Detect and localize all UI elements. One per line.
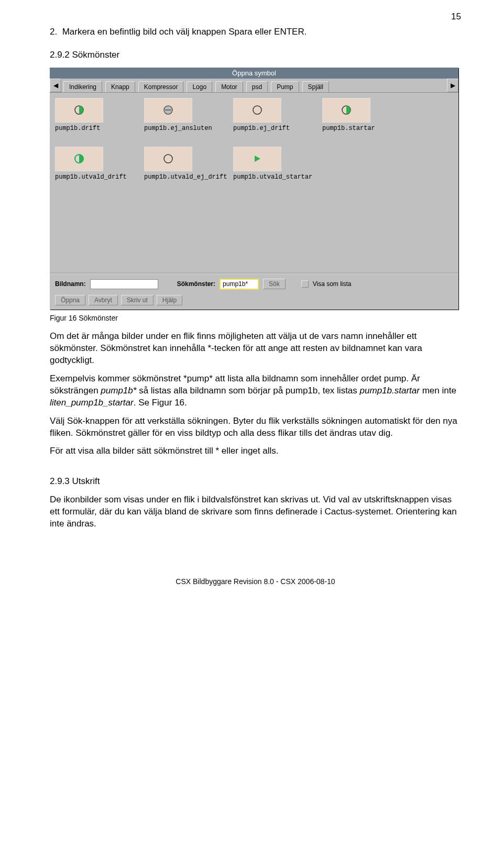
avbryt-button[interactable]: Avbryt [89,295,118,305]
hjalp-button[interactable]: Hjälp [157,295,182,305]
tab-knapp[interactable]: Knapp [105,81,135,92]
tab-motor[interactable]: Motor [215,81,243,92]
dialog-screenshot: Öppna symbol ◀ Indikering Knapp Kompress… [50,68,461,310]
paragraph: Välj Sök-knappen för att verkställa sökn… [50,415,461,440]
text-run: . Se Figur 16. [134,398,187,408]
tab-indikering[interactable]: Indikering [63,81,102,92]
tab-kompressor[interactable]: Kompressor [138,81,184,92]
dialog-title: Öppna symbol [50,68,458,79]
symbol-item[interactable]: pump1b.drift [55,98,118,132]
symbol-label: pump1b.startar [322,125,375,132]
symbol-label: pump1b.utvald_startar [233,173,312,181]
symbol-item[interactable]: pump1b.startar [322,98,385,132]
pump-startar-icon [341,105,352,115]
paragraph: För att visa alla bilder sätt sökmönstre… [50,445,461,457]
bildnamn-label: Bildnamn: [55,280,86,288]
svg-point-6 [164,155,172,163]
pump-utvald-ej-drift-icon [163,153,173,164]
symbol-label: pump1b.ej_drift [233,125,290,132]
symbol-label: pump1b.utvald_ej_drift [144,173,227,181]
symbol-label: pump1b.drift [55,125,100,132]
skriv-ut-button[interactable]: Skriv ut [121,295,154,305]
page-number: 15 [451,12,461,22]
pump-ej-ansluten-icon [163,105,173,115]
visa-lista-label: Visa som lista [313,280,352,288]
pump-ej-drift-icon [252,105,263,115]
bildnamn-input[interactable] [90,279,158,289]
tab-pump[interactable]: Pump [271,81,299,92]
scroll-right-button[interactable]: ▶ [447,79,458,92]
paragraph: Om det är många bilder under en flik fin… [50,331,461,367]
item-text: Markera en befintlig bild och välj knapp… [62,27,307,37]
symbol-item[interactable]: pump1b.utvald_startar [233,147,296,181]
figure-caption: Figur 16 Sökmönster [50,314,461,322]
symbol-item[interactable]: pump1b.ej_ansluten [144,98,207,132]
italic-term: pump1b* [101,386,136,395]
symbol-item[interactable]: pump1b.ej_drift [233,98,296,132]
symbol-label: pump1b.utvald_drift [55,173,127,181]
tab-spjall[interactable]: Spjäll [302,81,329,92]
tab-logo[interactable]: Logo [187,81,212,92]
visa-lista-checkbox[interactable] [301,280,309,288]
symbol-item[interactable]: pump1b.utvald_drift [55,147,118,181]
scroll-left-button[interactable]: ◀ [50,79,61,92]
numbered-item: 2. Markera en befintlig bild och välj kn… [50,26,461,38]
paragraph: Exempelvis kommer sökmönstret *pump* att… [50,373,461,409]
pump-utvald-drift-icon [74,153,84,164]
section-heading-sokmonster: 2.9.2 Sökmönster [50,50,461,60]
pump-drift-icon [74,105,84,115]
italic-term: liten_pump1b_startar [50,398,134,408]
triangle-right-icon: ▶ [451,82,455,89]
sok-button[interactable]: Sök [263,279,286,289]
svg-point-3 [253,106,261,114]
tab-psd[interactable]: psd [246,81,268,92]
svg-marker-7 [255,156,260,162]
paragraph: De ikonbilder som visas under en flik i … [50,494,461,530]
oppna-button[interactable]: Öppna [55,295,85,305]
section-heading-utskrift: 2.9.3 Utskrift [50,476,461,487]
text-run: så listas alla bildnamn som börjar på pu… [136,386,359,395]
pump-utvald-startar-icon [252,153,263,164]
triangle-left-icon: ◀ [53,82,58,89]
symbol-item[interactable]: pump1b.utvald_ej_drift [144,147,207,181]
symbol-label: pump1b.ej_ansluten [144,125,212,132]
text-run: men inte [420,386,456,395]
page-footer: CSX Bildbyggare Revision 8.0 - CSX 2006-… [50,577,461,586]
item-number: 2. [50,27,57,37]
sokmonster-input[interactable] [220,279,259,290]
sokmonster-label: Sökmönster: [177,280,215,288]
italic-term: pump1b.startar [360,386,420,395]
